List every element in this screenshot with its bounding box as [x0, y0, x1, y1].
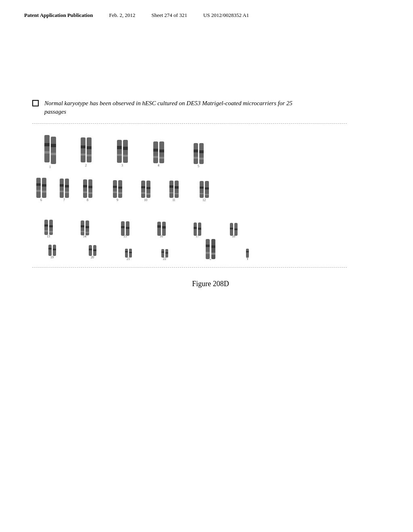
svg-text:17: 17 [196, 235, 199, 238]
sheet-label: Sheet 274 of 321 [151, 12, 187, 19]
svg-rect-71 [169, 185, 173, 188]
svg-text:21: 21 [127, 257, 130, 260]
svg-rect-74 [175, 186, 179, 189]
svg-rect-38 [42, 178, 46, 198]
svg-text:6: 6 [40, 198, 42, 202]
svg-rect-43 [60, 184, 64, 187]
svg-rect-29 [194, 150, 198, 152]
svg-rect-19 [123, 155, 128, 157]
svg-rect-9 [81, 154, 86, 156]
svg-rect-12 [87, 154, 92, 156]
svg-rect-96 [86, 232, 89, 233]
svg-rect-119 [48, 248, 52, 249]
svg-rect-121 [53, 249, 56, 250]
svg-text:10: 10 [144, 198, 147, 202]
svg-rect-11 [87, 146, 92, 149]
svg-rect-81 [205, 187, 209, 189]
svg-text:22: 22 [163, 257, 166, 260]
svg-text:2: 2 [85, 164, 87, 167]
svg-rect-16 [117, 154, 122, 156]
svg-rect-114 [230, 228, 233, 229]
svg-rect-33 [199, 158, 204, 160]
svg-rect-66 [146, 181, 150, 198]
svg-rect-89 [49, 231, 53, 233]
page-header: Patent Application Publication Feb. 2, 2… [24, 12, 389, 19]
svg-rect-22 [153, 149, 158, 152]
svg-rect-70 [169, 181, 173, 198]
checkbox-text: Normal karyotype has been observed in hE… [44, 99, 294, 116]
svg-rect-58 [113, 191, 117, 193]
svg-rect-72 [169, 192, 173, 193]
svg-rect-142 [211, 245, 215, 248]
svg-rect-60 [118, 187, 122, 189]
svg-text:9: 9 [117, 198, 118, 202]
svg-text:5: 5 [198, 164, 199, 168]
svg-rect-0 [44, 135, 50, 162]
svg-rect-53 [88, 186, 92, 188]
svg-rect-46 [65, 185, 69, 187]
patent-label: US 2012/0028352 A1 [203, 12, 249, 19]
svg-rect-108 [194, 222, 197, 236]
svg-rect-1 [44, 143, 50, 146]
svg-rect-88 [49, 225, 53, 227]
svg-rect-50 [83, 185, 87, 187]
svg-rect-109 [194, 227, 197, 229]
svg-rect-101 [126, 227, 129, 229]
svg-rect-23 [153, 156, 158, 158]
checkbox-icon [32, 100, 39, 106]
svg-rect-86 [44, 230, 48, 232]
svg-rect-111 [198, 228, 201, 230]
svg-text:X: X [209, 259, 212, 260]
svg-rect-131 [129, 252, 132, 253]
svg-rect-126 [93, 249, 96, 251]
karyotype-svg: 1 2 [32, 131, 339, 260]
svg-rect-91 [81, 220, 84, 235]
svg-text:15: 15 [123, 235, 127, 238]
svg-text:16: 16 [160, 235, 163, 238]
svg-rect-64 [141, 186, 145, 188]
svg-rect-68 [146, 193, 150, 195]
svg-rect-78 [200, 187, 204, 189]
svg-rect-42 [60, 179, 64, 198]
svg-rect-106 [162, 226, 166, 229]
svg-rect-143 [211, 253, 215, 255]
svg-rect-129 [125, 251, 128, 252]
svg-rect-123 [89, 245, 92, 256]
svg-rect-99 [121, 226, 125, 228]
svg-rect-75 [175, 193, 179, 194]
checkbox-section: Normal karyotype has been observed in hE… [32, 99, 389, 116]
svg-rect-56 [113, 180, 117, 198]
date-label: Feb. 2, 2012 [109, 12, 135, 19]
svg-rect-93 [81, 231, 84, 232]
svg-rect-116 [234, 229, 238, 230]
svg-text:1: 1 [49, 165, 51, 169]
svg-rect-39 [42, 184, 46, 187]
svg-rect-65 [141, 192, 145, 194]
svg-rect-18 [123, 147, 128, 150]
karyotype-container: 1 2 [32, 123, 347, 268]
svg-rect-10 [87, 137, 92, 162]
svg-rect-63 [141, 181, 145, 198]
svg-text:14: 14 [83, 235, 86, 238]
svg-rect-118 [48, 245, 52, 256]
svg-text:Y: Y [246, 257, 249, 260]
svg-rect-26 [159, 157, 164, 159]
svg-rect-138 [206, 239, 210, 259]
svg-rect-44 [60, 191, 64, 192]
svg-rect-73 [175, 181, 179, 198]
svg-rect-92 [81, 225, 84, 227]
svg-rect-105 [162, 222, 166, 236]
svg-rect-3 [51, 137, 56, 164]
svg-rect-30 [194, 157, 198, 159]
figure-caption: Figure 208D [32, 280, 389, 288]
svg-rect-14 [117, 140, 122, 163]
svg-text:18: 18 [232, 235, 235, 238]
svg-text:11: 11 [172, 198, 175, 202]
svg-rect-133 [161, 249, 164, 258]
svg-rect-35 [36, 178, 41, 198]
svg-text:13: 13 [47, 235, 50, 238]
svg-text:7: 7 [63, 198, 65, 202]
svg-rect-4 [51, 144, 56, 147]
svg-rect-40 [42, 191, 46, 193]
svg-rect-45 [65, 179, 69, 198]
